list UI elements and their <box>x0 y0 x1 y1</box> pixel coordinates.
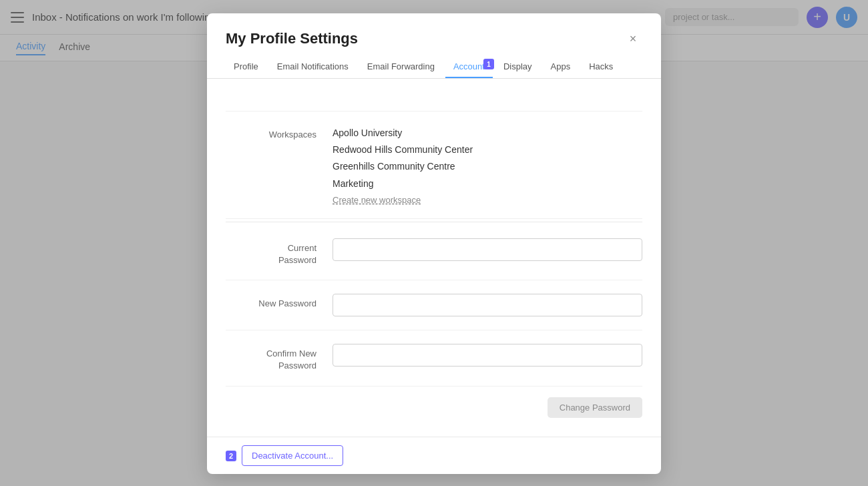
confirm-password-content <box>333 344 642 367</box>
modal-tabs: Profile Email Notifications Email Forwar… <box>207 56 661 79</box>
deactivate-account-button[interactable]: Deactivate Account... <box>242 445 343 466</box>
deactivate-badge: 2 <box>226 451 236 461</box>
new-password-input[interactable] <box>333 294 642 316</box>
new-password-content <box>333 294 642 316</box>
section-divider <box>226 222 642 222</box>
tab-email-notifications[interactable]: Email Notifications <box>269 56 357 78</box>
tab-account[interactable]: Account 1 <box>445 56 493 78</box>
close-button[interactable]: × <box>624 29 642 48</box>
list-item: Marketing <box>333 176 642 192</box>
tab-profile[interactable]: Profile <box>226 56 266 78</box>
modal: My Profile Settings × Profile Email Noti… <box>207 13 661 474</box>
change-password-row: Change Password <box>226 387 642 429</box>
current-password-content <box>333 238 642 261</box>
top-partial-content <box>226 79 642 111</box>
new-password-label: New Password <box>226 294 333 310</box>
list-item: Redwood Hills Community Center <box>333 142 642 158</box>
confirm-password-label: Confirm NewPassword <box>226 344 333 372</box>
tab-email-forwarding[interactable]: Email Forwarding <box>359 56 443 78</box>
modal-header: My Profile Settings × <box>207 13 661 48</box>
modal-title: My Profile Settings <box>226 30 358 47</box>
modal-body: Workspaces Apollo University Redwood Hil… <box>207 79 661 437</box>
confirm-password-row: Confirm NewPassword <box>226 330 642 386</box>
list-item: Apollo University <box>333 125 642 142</box>
create-workspace-link[interactable]: Create new workspace <box>333 195 642 205</box>
confirm-password-input[interactable] <box>333 344 642 367</box>
modal-overlay: My Profile Settings × Profile Email Noti… <box>0 0 868 486</box>
workspaces-row: Workspaces Apollo University Redwood Hil… <box>226 111 642 219</box>
workspaces-label: Workspaces <box>226 125 333 141</box>
tab-apps[interactable]: Apps <box>543 56 579 78</box>
modal-footer: 2 Deactivate Account... <box>207 437 661 474</box>
current-password-input[interactable] <box>333 238 642 261</box>
tab-hacks[interactable]: Hacks <box>581 56 621 78</box>
current-password-row: CurrentPassword <box>226 225 642 280</box>
workspace-list: Apollo University Redwood Hills Communit… <box>333 125 642 192</box>
change-password-button[interactable]: Change Password <box>548 397 642 418</box>
list-item: Greenhills Community Centre <box>333 158 642 175</box>
current-password-label: CurrentPassword <box>226 238 333 266</box>
new-password-row: New Password <box>226 280 642 330</box>
tab-display[interactable]: Display <box>495 56 540 78</box>
workspaces-content: Apollo University Redwood Hills Communit… <box>333 125 642 205</box>
account-tab-badge: 1 <box>483 59 494 69</box>
